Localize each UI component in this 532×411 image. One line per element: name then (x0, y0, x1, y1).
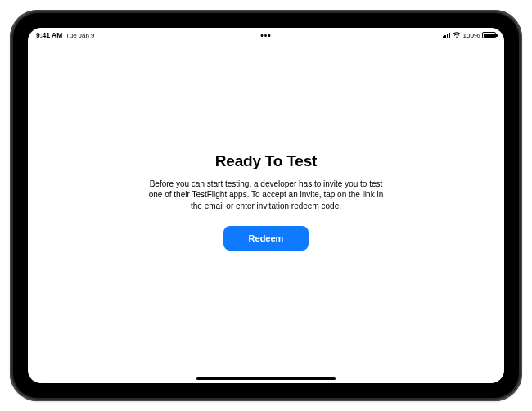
redeem-button[interactable]: Redeem (223, 226, 309, 251)
home-indicator[interactable] (196, 377, 336, 381)
stage: 9:41 AM Tue Jan 9 ••• 100% (0, 0, 532, 411)
page-description: Before you can start testing, a develope… (147, 178, 385, 212)
page-title: Ready To Test (215, 152, 317, 170)
ipad-bezel: 9:41 AM Tue Jan 9 ••• 100% (13, 13, 519, 398)
ipad-screen: 9:41 AM Tue Jan 9 ••• 100% (28, 28, 504, 383)
main-content: Ready To Test Before you can start testi… (28, 28, 504, 383)
ipad-device-frame: 9:41 AM Tue Jan 9 ••• 100% (10, 10, 522, 401)
